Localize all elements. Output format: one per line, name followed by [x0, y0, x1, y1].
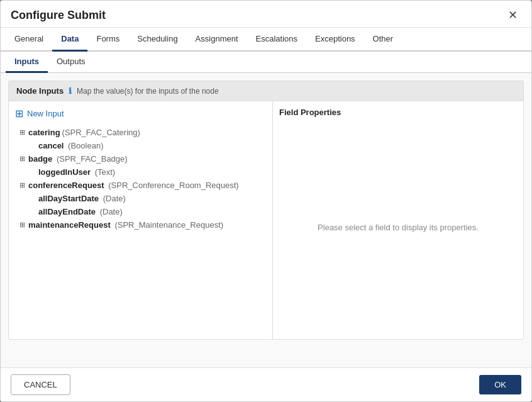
expand-icon-maintenancerequest: ⊞ [18, 221, 26, 229]
new-input-icon: ⊞ [15, 108, 23, 120]
field-type-conferencerequest: (SPR_Conference_Room_Request) [106, 181, 239, 190]
section-description: Map the value(s) for the inputs of the n… [77, 87, 218, 96]
sub-tabs: Inputs Outputs [1, 52, 531, 73]
field-name-conferencerequest: conferenceRequest [28, 181, 104, 190]
field-type-catering: (SPR_FAC_Catering) [62, 128, 140, 137]
field-type-alldaystartdate: (Date) [101, 194, 126, 203]
tree-item-alldayenddate[interactable]: allDayEndDate (Date) [15, 205, 266, 218]
content-area: Node Inputs ℹ Map the value(s) for the i… [1, 73, 531, 367]
right-panel: Field Properties Please select a field t… [273, 101, 523, 339]
field-type-badge: (SPR_FAC_Badge) [54, 154, 127, 164]
field-name-alldayenddate: allDayEndDate [38, 207, 96, 216]
close-button[interactable]: ✕ [504, 8, 521, 22]
tab-other[interactable]: Other [364, 28, 402, 52]
tree-item-loggedinuser[interactable]: loggedInUser (Text) [15, 165, 266, 179]
tree-item-badge[interactable]: ⊞ badge (SPR_FAC_Badge) [15, 152, 266, 165]
tab-general[interactable]: General [6, 28, 52, 52]
dialog-title: Configure Submit [11, 9, 106, 22]
dialog-footer: CANCEL OK [1, 367, 531, 401]
tree-item-conferencerequest[interactable]: ⊞ conferenceRequest (SPR_Conference_Room… [15, 179, 266, 192]
main-tabs: General Data Forms Scheduling Assignment… [1, 28, 531, 52]
field-name-catering: catering [28, 128, 60, 137]
field-properties-placeholder: Please select a field to display its pro… [279, 122, 517, 333]
configure-submit-dialog: Configure Submit ✕ General Data Forms Sc… [0, 0, 532, 402]
info-icon: ℹ [69, 86, 72, 96]
left-panel: ⊞ New Input ⊞ catering (SPR_FAC_Catering… [9, 101, 273, 339]
field-properties-title: Field Properties [279, 108, 517, 117]
tree-item-cancel[interactable]: cancel (Boolean) [15, 139, 266, 152]
tree-item-catering[interactable]: ⊞ catering (SPR_FAC_Catering) [15, 126, 266, 139]
two-column-panel: ⊞ New Input ⊞ catering (SPR_FAC_Catering… [8, 101, 524, 340]
field-name-badge: badge [28, 154, 52, 164]
field-name-loggedinuser: loggedInUser [38, 167, 91, 177]
expand-icon-conferencerequest: ⊞ [18, 181, 26, 189]
field-type-alldayenddate: (Date) [97, 207, 123, 216]
sub-tab-inputs[interactable]: Inputs [6, 52, 48, 73]
expand-icon-catering: ⊞ [18, 128, 26, 137]
tab-exceptions[interactable]: Exceptions [306, 28, 364, 52]
tab-escalations[interactable]: Escalations [247, 28, 306, 52]
tree-item-maintenancerequest[interactable]: ⊞ maintenanceRequest (SPR_Maintenance_Re… [15, 218, 266, 232]
field-type-cancel: (Boolean) [65, 141, 103, 150]
section-title: Node Inputs [16, 86, 64, 96]
ok-button[interactable]: OK [479, 375, 521, 394]
tab-forms[interactable]: Forms [87, 28, 128, 52]
cancel-button[interactable]: CANCEL [11, 374, 70, 395]
dialog-header: Configure Submit ✕ [1, 1, 531, 28]
new-input-button[interactable]: ⊞ New Input [15, 108, 64, 120]
field-type-maintenancerequest: (SPR_Maintenance_Request) [113, 220, 223, 230]
field-name-cancel: cancel [38, 141, 64, 150]
sub-tab-outputs[interactable]: Outputs [48, 52, 94, 73]
field-name-maintenancerequest: maintenanceRequest [28, 220, 111, 230]
tab-assignment[interactable]: Assignment [187, 28, 247, 52]
tab-scheduling[interactable]: Scheduling [128, 28, 186, 52]
section-header: Node Inputs ℹ Map the value(s) for the i… [8, 81, 524, 101]
tab-data[interactable]: Data [52, 28, 87, 52]
field-name-alldaystartdate: allDayStartDate [38, 194, 99, 203]
field-type-loggedinuser: (Text) [92, 167, 115, 177]
expand-icon-badge: ⊞ [18, 155, 26, 163]
tree-item-alldaystartdate[interactable]: allDayStartDate (Date) [15, 192, 266, 205]
